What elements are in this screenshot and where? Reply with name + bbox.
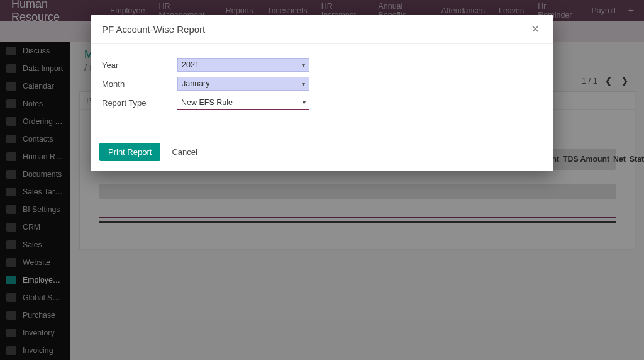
chevron-down-icon: ▾ [303,99,306,106]
select-year[interactable]: 2021 ▾ [177,58,309,72]
chevron-down-icon: ▾ [302,81,305,87]
label-year: Year [102,60,177,70]
modal-title: PF Account-Wise Report [102,24,528,35]
close-icon[interactable]: ✕ [528,23,542,36]
select-report-type-value: New EFS Rule [181,98,233,107]
print-report-button[interactable]: Print Report [99,143,160,161]
chevron-down-icon: ▾ [302,62,305,69]
select-month-value: January [182,79,209,88]
modal-pf-report: PF Account-Wise Report ✕ Year 2021 ▾ Mon… [91,15,553,171]
label-report-type: Report Type [102,98,177,108]
select-month[interactable]: January ▾ [177,77,309,91]
select-year-value: 2021 [182,60,199,69]
modal-overlay: PF Account-Wise Report ✕ Year 2021 ▾ Mon… [0,0,644,360]
select-report-type[interactable]: New EFS Rule ▾ [177,96,309,110]
label-month: Month [102,79,177,89]
cancel-button[interactable]: Cancel [172,147,197,157]
